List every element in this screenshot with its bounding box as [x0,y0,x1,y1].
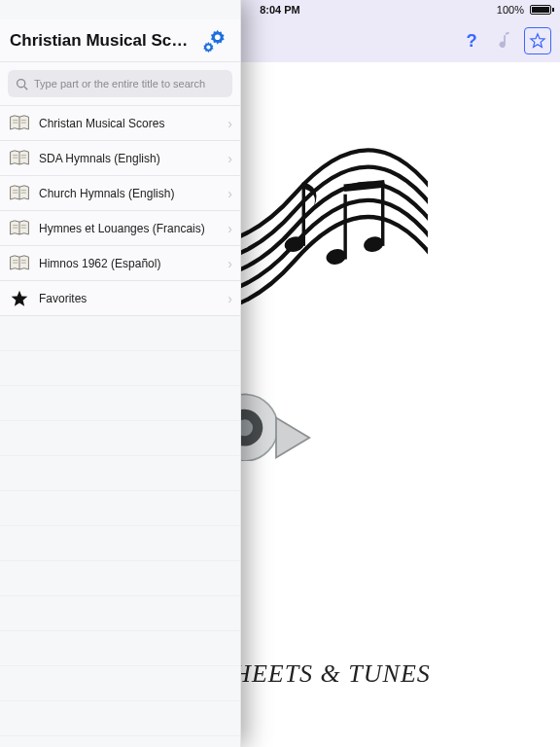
status-right: 100% [497,4,554,16]
svg-rect-16 [381,183,384,246]
chevron-right-icon: › [228,116,232,131]
sidebar-item-label: Christan Musical Scores [39,117,228,130]
play-icon [276,417,309,457]
sidebar-list[interactable]: Christan Musical Scores › SDA Hymnals (E… [0,106,240,747]
book-icon [8,112,31,135]
sidebar-item-label: Hymnes et Louanges (Francais) [39,222,228,235]
sidebar-item-label: Favorites [39,292,228,305]
search-icon [16,78,28,90]
search-placeholder: Type part or the entire title to search [34,78,205,89]
help-icon: ? [461,30,482,52]
sidebar-item-favorites[interactable]: Favorites › [0,281,240,316]
chevron-right-icon: › [228,291,232,306]
svg-text:?: ? [467,30,477,51]
book-icon [8,217,31,240]
settings-button[interactable] [197,24,230,57]
book-icon [8,252,31,275]
star-outline-icon [529,32,546,50]
list-item [0,666,240,701]
sidebar-item-hymnes[interactable]: Hymnes et Louanges (Francais) › [0,211,240,246]
svg-rect-12 [302,183,305,246]
sidebar-item-scores[interactable]: Christan Musical Scores › [0,106,240,141]
list-item [0,456,240,491]
sidebar-item-label: Church Hymnals (English) [39,187,228,200]
list-item [0,561,240,596]
sidebar-item-himnos[interactable]: Himnos 1962 (Español) › [0,246,240,281]
battery-icon [528,5,554,15]
sidebar-item-sda[interactable]: SDA Hymnals (English) › [0,141,240,176]
music-note-button[interactable] [490,26,519,55]
music-note-icon [495,30,514,52]
list-item [0,596,240,631]
chevron-right-icon: › [228,256,232,271]
search-input[interactable]: Type part or the entire title to search [8,70,232,97]
list-item [0,491,240,526]
help-button[interactable]: ? [457,26,486,55]
star-icon [8,287,31,310]
sidebar-title: Christian Musical Score... [10,31,192,51]
battery-pct-label: 100% [497,4,524,16]
chevron-right-icon: › [228,221,232,236]
list-item [0,421,240,456]
list-item [0,386,240,421]
sidebar-nav: Christian Musical Score... [0,19,240,62]
svg-point-31 [215,34,221,40]
list-item [0,701,240,736]
svg-rect-14 [343,195,346,260]
sidebar: Christian Musical Score... Type part or … [0,0,241,747]
list-item [0,316,240,351]
gears-icon [199,26,228,55]
search-wrap: Type part or the entire title to search [0,62,240,106]
list-item [0,526,240,561]
sidebar-item-label: Himnos 1962 (Español) [39,257,228,270]
book-icon [8,147,31,170]
svg-point-33 [18,79,25,87]
sidebar-item-church[interactable]: Church Hymnals (English) › [0,176,240,211]
sidebar-item-label: SDA Hymnals (English) [39,152,228,165]
list-item [0,631,240,666]
chevron-right-icon: › [228,186,232,201]
favorite-button[interactable] [523,26,552,55]
svg-line-34 [24,86,27,89]
list-item [0,351,240,386]
chevron-right-icon: › [228,151,232,166]
book-icon [8,182,31,205]
svg-point-32 [206,45,210,49]
